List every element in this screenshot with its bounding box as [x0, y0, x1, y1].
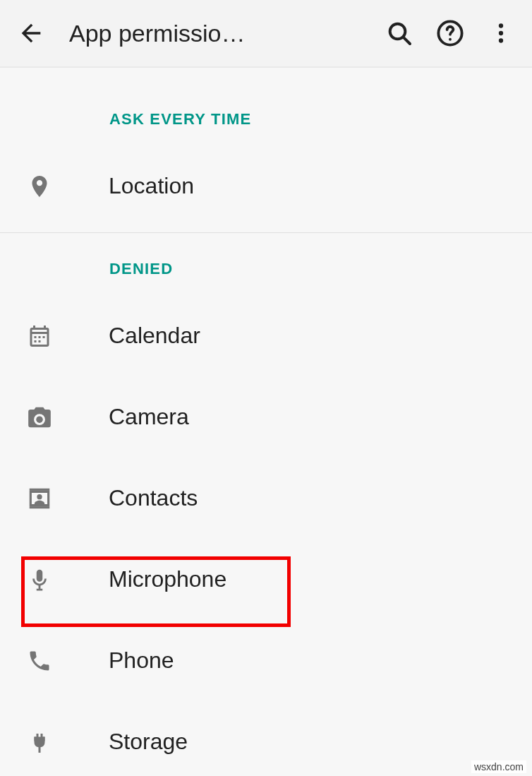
permissions-list: ASK EVERY TIME Location DENIED Calendar …	[0, 68, 532, 776]
svg-rect-11	[39, 340, 41, 342]
svg-rect-7	[35, 336, 37, 338]
permission-label: Calendar	[62, 323, 200, 349]
permission-label: Contacts	[62, 485, 198, 511]
app-bar: App permissio…	[0, 0, 532, 68]
page-title: App permissio…	[56, 20, 374, 47]
svg-point-6	[499, 38, 503, 42]
permission-row-calendar[interactable]: Calendar	[0, 295, 532, 376]
search-button[interactable]	[374, 8, 425, 59]
contacts-icon	[17, 476, 62, 521]
permission-row-storage[interactable]: Storage	[0, 701, 532, 776]
back-button[interactable]	[6, 8, 56, 59]
permission-row-location[interactable]: Location	[0, 145, 532, 227]
permission-row-microphone[interactable]: Microphone	[0, 539, 532, 620]
watermark: wsxdn.com	[471, 760, 526, 773]
back-arrow-icon	[17, 19, 45, 47]
svg-point-5	[499, 31, 503, 35]
permission-label: Location	[62, 173, 194, 199]
search-icon	[385, 19, 413, 47]
svg-rect-13	[30, 488, 50, 490]
more-vert-icon	[488, 20, 514, 46]
svg-rect-9	[43, 336, 45, 338]
help-button[interactable]	[425, 8, 476, 59]
help-icon	[435, 18, 465, 48]
svg-point-4	[499, 23, 503, 28]
svg-line-1	[404, 37, 410, 44]
permission-row-phone[interactable]: Phone	[0, 620, 532, 701]
svg-point-12	[36, 416, 43, 423]
section-header-ask: ASK EVERY TIME	[0, 83, 532, 145]
permission-label: Storage	[62, 729, 188, 755]
microphone-icon	[17, 557, 62, 602]
phone-icon	[17, 638, 62, 684]
section-header-denied: DENIED	[0, 233, 532, 295]
svg-rect-14	[30, 506, 50, 508]
storage-icon	[17, 720, 62, 765]
permission-row-contacts[interactable]: Contacts	[0, 458, 532, 539]
location-icon	[17, 164, 62, 209]
svg-rect-8	[39, 336, 41, 338]
svg-point-3	[449, 38, 452, 41]
calendar-icon	[17, 314, 62, 359]
svg-rect-10	[35, 340, 37, 342]
permission-label: Microphone	[62, 566, 226, 592]
camera-icon	[17, 395, 62, 440]
permission-row-camera[interactable]: Camera	[0, 376, 532, 458]
svg-point-15	[37, 494, 42, 499]
more-button[interactable]	[476, 8, 526, 59]
permission-label: Camera	[62, 404, 189, 430]
permission-label: Phone	[62, 647, 174, 674]
